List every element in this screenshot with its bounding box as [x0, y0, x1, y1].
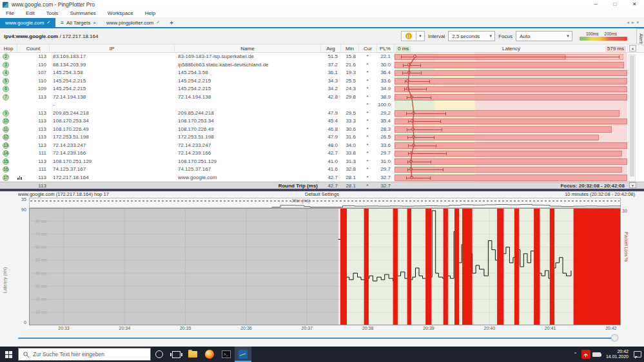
cur-cell: * [358, 166, 376, 174]
close-tab-icon[interactable]: × [93, 20, 96, 26]
avg-cell: 48.0 [320, 142, 340, 150]
tab-all-targets[interactable]: ≡All Targets× [55, 18, 101, 27]
table-row[interactable]: 15113108.170.251.129108.170.251.12941.03… [0, 158, 644, 166]
hop-cell: 17 [0, 174, 17, 182]
table-row[interactable]: 1411172.14.239.16672.14.239.16642.733.8*… [0, 149, 644, 158]
ip-cell: 172.217.18.164 [49, 174, 174, 182]
menu-item-workspace[interactable]: Workspace [102, 9, 139, 18]
hop-badge: 2 [3, 53, 9, 60]
tab-www-google-com[interactable]: www.google.com✓ [0, 18, 55, 27]
table-row[interactable]: 6109145.254.2.215145.254.2.21534.224.3*3… [0, 85, 644, 93]
hop-cell: 5 [0, 77, 17, 86]
menu-item-summaries[interactable]: Summaries [64, 9, 101, 18]
battery-icon[interactable] [592, 352, 601, 357]
col-header-pl[interactable]: PL% [376, 44, 393, 53]
x-tick-label: 20:41 [545, 326, 556, 330]
avg-cell: 47.9 [320, 133, 340, 142]
latency-avg-marker [412, 144, 415, 147]
table-row[interactable]: 1311372.14.233.24772.14.233.24748.034.0*… [0, 142, 644, 150]
hop-cell: 13 [0, 142, 17, 150]
cur-cell: * [358, 101, 376, 110]
hop-badge: 9 [3, 110, 9, 117]
task-view-button[interactable] [168, 347, 184, 362]
col-header-cur[interactable]: Cur [358, 44, 376, 53]
svg-text:80 ms: 80 ms [35, 219, 47, 224]
file-explorer-button[interactable] [184, 347, 201, 362]
focus-range-dropdown-icon[interactable]: ▼ [629, 182, 636, 188]
new-tab-button[interactable]: + [165, 18, 178, 27]
scroll-right-icon[interactable]: ▸ [632, 20, 634, 25]
avg-cell: 37.2 [320, 61, 340, 70]
pause-dropdown-icon[interactable]: ▼ [416, 31, 425, 41]
col-header-latency[interactable]: 0 ms Latency 579 ms [395, 44, 627, 53]
tray-expand-icon[interactable]: ⌃ [571, 352, 580, 357]
hop-cell: 9 [0, 110, 17, 118]
time-range-handle[interactable] [611, 334, 618, 341]
menu-item-file[interactable]: File [0, 9, 20, 18]
table-row[interactable]: 1611174.125.37.16774.125.37.16741.632.8*… [0, 166, 644, 174]
col-header-name[interactable]: Name [174, 44, 320, 53]
scroll-left-icon[interactable]: ◂ [627, 20, 629, 25]
cortana-button[interactable] [151, 347, 168, 362]
table-row[interactable]: 4107145.254.3.58145.254.3.5836.119.3*36.… [0, 69, 644, 77]
latency-max-bar [395, 70, 627, 77]
col-header-ip[interactable]: IP [49, 44, 174, 53]
interval-select[interactable]: 2,5 seconds▼ [448, 31, 495, 41]
pingplotter-taskbar-button[interactable] [235, 347, 251, 362]
focus-select[interactable]: Auto▼ [516, 31, 572, 41]
ip-cell: 83.169.183.17 [49, 53, 174, 61]
menu-item-help[interactable]: Help [139, 9, 161, 18]
tray-clock[interactable]: 20:42 14.01.2020 [603, 349, 632, 359]
hop-cell: 16 [0, 166, 17, 174]
hop-cell: 3 [0, 61, 17, 70]
col-header-min[interactable]: Min [340, 44, 358, 53]
table-scrollbar[interactable] [629, 54, 636, 182]
avira-tray-icon[interactable] [581, 350, 590, 359]
latency-header-button[interactable]: ▲ [629, 45, 636, 52]
close-icon[interactable]: ✕ [625, 0, 644, 9]
tab-www-pingplotter-com[interactable]: www.pingplotter.com✓ [101, 18, 165, 27]
pause-button[interactable] [401, 31, 416, 41]
table-row[interactable]: 211383.169.183.1783-169-183-17-isp.super… [0, 53, 644, 61]
hop-cell: 4 [0, 69, 17, 77]
timeline-subheader: www.google.com (172.217.18.164) hop 17 D… [0, 191, 644, 198]
firefox-button[interactable] [201, 347, 218, 362]
col-header-avg[interactable]: Avg [320, 44, 340, 53]
table-row[interactable]: 711372.14.194.13872.14.194.13842.829.8*3… [0, 93, 644, 102]
table-row[interactable]: 11113108.170.226.49108.170.226.4946.830.… [0, 126, 644, 134]
x-axis-labels: 20:3320:3420:3520:3620:3720:3820:3920:40… [0, 326, 644, 333]
timeline-chart[interactable]: 80 ms70 ms60 ms50 ms40 ms30 ms20 ms10 ms [29, 208, 621, 325]
table-row[interactable]: 5110145.254.2.215145.254.2.21534.325.5*3… [0, 77, 644, 86]
scrollbar-thumb[interactable] [630, 55, 634, 176]
menu-item-edit[interactable]: Edit [20, 9, 41, 18]
cur-cell: * [358, 158, 376, 166]
latency-range-whisker [402, 73, 422, 73]
time-range-slider[interactable] [18, 338, 616, 339]
taskbar-search[interactable]: Zur Suche Text hier eingeben [18, 348, 151, 361]
col-header-count[interactable]: Count [17, 44, 49, 53]
maximize-icon[interactable]: □ [605, 0, 625, 9]
latency-max-bar [395, 86, 627, 93]
action-center-icon[interactable] [634, 351, 641, 357]
table-row[interactable]: 17113172.217.18.164www.google.com42.728.… [0, 174, 644, 182]
ip-cell: 72.14.239.166 [49, 149, 174, 158]
table-row[interactable]: 10113108.170.253.34108.170.253.3445.433.… [0, 117, 644, 126]
table-row[interactable]: 311088.134.203.99ip5886cb63.static.kabel… [0, 61, 644, 70]
terminal-button[interactable]: >_ [218, 347, 235, 362]
minimize-icon[interactable]: ─ [586, 0, 605, 9]
ip-cell: 209.85.244.218 [49, 110, 174, 118]
tab-list-icon[interactable]: ▾ [636, 20, 639, 25]
table-row[interactable]: 9113209.85.244.218209.85.244.21847.929.5… [0, 110, 644, 118]
menu-item-tools[interactable]: Tools [41, 9, 64, 18]
cortana-icon [155, 350, 163, 358]
pl-cell: 36.4 [376, 69, 393, 77]
latency-cell [395, 77, 627, 86]
col-header-hop[interactable]: Hop [0, 44, 17, 53]
table-row[interactable]: 12113172.253.51.198172.253.51.19847.931.… [0, 133, 644, 142]
start-button[interactable] [0, 347, 17, 362]
name-cell: 72.14.233.247 [174, 142, 320, 150]
table-row[interactable]: -*100.0 [0, 101, 644, 110]
min-cell: 33.3 [340, 117, 358, 126]
tab-scroll-arrows[interactable]: ◂▸▾ [627, 18, 644, 27]
pl-cell: 29.7 [376, 166, 393, 174]
